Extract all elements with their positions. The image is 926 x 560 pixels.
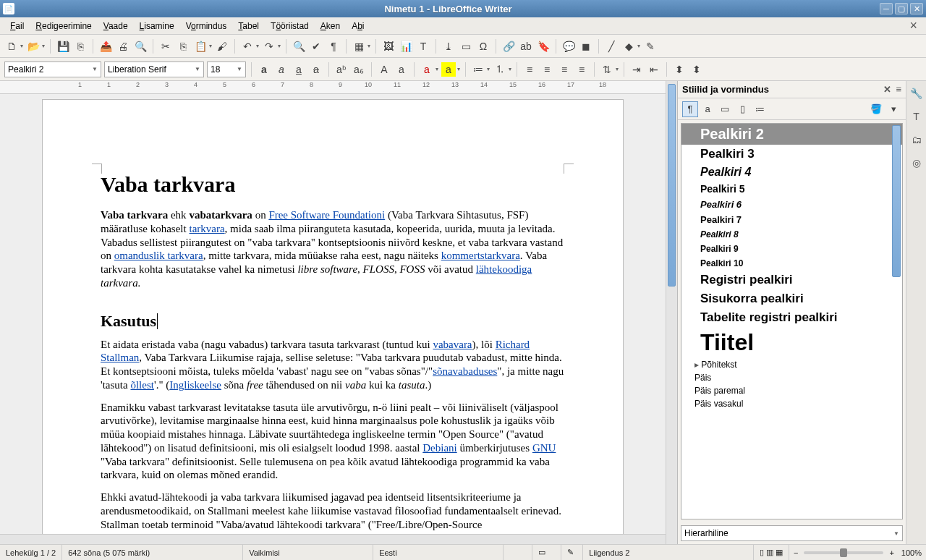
bullets-icon[interactable]: ≔ <box>471 62 485 77</box>
draw-functions-icon[interactable]: ✎ <box>643 39 658 54</box>
horizontal-ruler[interactable]: 1123456789101112131415161718 <box>0 81 666 94</box>
align-center-icon[interactable]: ≡ <box>540 62 554 77</box>
frame-styles-icon[interactable]: ▭ <box>717 101 733 117</box>
textbox-icon[interactable]: T <box>416 39 430 54</box>
vertical-scrollbar[interactable] <box>666 81 677 544</box>
footnote-icon[interactable]: ab <box>519 39 533 54</box>
menu-format[interactable]: Vormindus <box>180 19 233 33</box>
fill-format-icon[interactable]: 🪣 <box>868 101 884 117</box>
align-left-icon[interactable]: ≡ <box>522 62 537 77</box>
hyperlink-icon[interactable]: 🔗 <box>501 39 516 54</box>
line-spacing-icon[interactable]: ⇅ <box>600 62 614 77</box>
lowercase-icon[interactable]: a <box>394 62 409 77</box>
font-color-icon[interactable]: a <box>420 62 434 77</box>
print-icon[interactable]: 🖨 <box>116 39 130 54</box>
decrease-indent-icon[interactable]: ⇤ <box>647 62 661 77</box>
status-insert-mode[interactable] <box>504 545 532 560</box>
menu-table[interactable]: Tabel <box>232 19 265 33</box>
character-styles-icon[interactable]: a <box>700 101 715 117</box>
style-tree-item[interactable]: Päis vasakul <box>681 397 902 410</box>
line-icon[interactable]: ╱ <box>604 39 619 54</box>
symbol-icon[interactable]: Ω <box>476 39 490 54</box>
align-justify-icon[interactable]: ≡ <box>574 62 589 77</box>
numbering-icon[interactable]: ⒈ <box>493 62 507 77</box>
menu-file[interactable]: Fail <box>4 19 30 33</box>
italic-icon[interactable]: a <box>274 62 289 77</box>
save-icon[interactable]: 💾 <box>56 39 70 54</box>
table-icon[interactable]: ▦ <box>352 39 366 54</box>
style-item[interactable]: Pealkiri 5 <box>681 181 902 197</box>
style-item[interactable]: Pealkiri 8 <box>681 227 902 242</box>
comment-icon[interactable]: 💬 <box>561 39 576 54</box>
style-list[interactable]: Pealkiri 2Pealkiri 3Pealkiri 4Pealkiri 5… <box>681 123 903 519</box>
menu-tools[interactable]: Tööriistad <box>265 19 315 33</box>
menu-edit[interactable]: Redigeerimine <box>30 19 97 33</box>
menu-help[interactable]: Abi <box>346 19 370 33</box>
undo-icon[interactable]: ↶ <box>240 39 255 54</box>
font-name-combo[interactable]: Liberation Serif▼ <box>104 61 204 77</box>
close-button[interactable]: ✕ <box>910 3 923 14</box>
clone-format-icon[interactable]: 🖌 <box>215 39 229 54</box>
style-item[interactable]: Registri pealkiri <box>681 271 902 289</box>
increase-indent-icon[interactable]: ⇥ <box>629 62 644 77</box>
style-item[interactable]: Pealkiri 6 <box>681 197 902 212</box>
spellcheck-icon[interactable]: ✔ <box>309 39 323 54</box>
page-styles-icon[interactable]: ▯ <box>734 101 750 117</box>
new-style-icon[interactable]: ▾ <box>885 101 901 117</box>
minimize-button[interactable]: ─ <box>880 3 893 14</box>
status-page[interactable]: Lehekülg 1 / 2 <box>0 545 62 560</box>
trackchanges-icon[interactable]: ◼ <box>579 39 593 54</box>
style-tree-item[interactable]: Põhitekst <box>681 358 902 371</box>
style-item[interactable]: Pealkiri 3 <box>681 145 902 164</box>
image-icon[interactable]: 🖼 <box>381 39 396 54</box>
style-item[interactable]: Tiitel <box>681 327 902 358</box>
font-size-combo[interactable]: 18▼ <box>207 61 246 77</box>
style-item[interactable]: Pealkiri 2 <box>681 124 902 145</box>
open-icon[interactable]: 📂 <box>26 39 41 54</box>
status-outline[interactable]: Liigendus 2 <box>583 545 754 560</box>
style-item[interactable]: Pealkiri 4 <box>681 164 902 181</box>
export-icon[interactable]: 📤 <box>98 39 113 54</box>
cut-icon[interactable]: ✂ <box>158 39 173 54</box>
status-selection-mode[interactable]: ▭ <box>532 545 561 560</box>
redo-icon[interactable]: ↷ <box>262 39 276 54</box>
status-wordcount[interactable]: 642 sõna (5 075 märki) <box>62 545 243 560</box>
list-styles-icon[interactable]: ≔ <box>752 101 768 117</box>
copy-icon[interactable]: ⎘ <box>176 39 190 54</box>
chart-icon[interactable]: 📊 <box>399 39 413 54</box>
style-item[interactable]: Tabelite registri pealkiri <box>681 308 902 327</box>
sidebar-settings-icon[interactable]: 🔧 <box>909 85 925 101</box>
formatting-marks-icon[interactable]: ¶ <box>326 39 341 54</box>
pdf-icon[interactable]: ⎘ <box>73 39 88 54</box>
superscript-icon[interactable]: aᵇ <box>334 62 349 77</box>
pagebreak-icon[interactable]: ⤓ <box>441 39 456 54</box>
zoom-slider[interactable] <box>804 551 883 554</box>
panel-menu-icon[interactable]: ≡ <box>896 84 901 95</box>
paragraph-styles-icon[interactable]: ¶ <box>682 101 698 117</box>
print-preview-icon[interactable]: 🔍 <box>133 39 148 54</box>
sidebar-navigator-icon[interactable]: ◎ <box>909 155 925 171</box>
menu-insert[interactable]: Lisamine <box>134 19 180 33</box>
paste-icon[interactable]: 📋 <box>193 39 208 54</box>
style-filter-combo[interactable]: Hierarhiline▼ <box>681 525 903 541</box>
status-pagestyle[interactable]: Vaikimisi <box>243 545 373 560</box>
style-tree-item[interactable]: Päis <box>681 371 902 384</box>
align-right-icon[interactable]: ≡ <box>557 62 572 77</box>
panel-close-icon[interactable]: ✕ <box>883 84 891 95</box>
uppercase-icon[interactable]: A <box>377 62 391 77</box>
style-item[interactable]: Sisukorra pealkiri <box>681 289 902 308</box>
field-icon[interactable]: ▭ <box>459 39 473 54</box>
sidebar-properties-icon[interactable]: T <box>909 109 925 124</box>
zoom-out-icon[interactable]: − <box>794 548 798 557</box>
para-space-inc-icon[interactable]: ⬍ <box>672 62 687 77</box>
status-language[interactable]: Eesti <box>373 545 504 560</box>
underline-icon[interactable]: a <box>292 62 306 77</box>
document-page[interactable]: Vaba tarkvara Vaba tarkvara ehk vabatark… <box>43 100 623 534</box>
sidebar-gallery-icon[interactable]: 🗂 <box>909 132 925 148</box>
zoom-value[interactable]: 100% <box>901 548 922 557</box>
style-item[interactable]: Pealkiri 7 <box>681 212 902 227</box>
maximize-button[interactable]: ▢ <box>895 3 908 14</box>
style-item[interactable]: Pealkiri 10 <box>681 256 902 271</box>
strike-icon[interactable]: a <box>309 62 323 77</box>
menu-window[interactable]: Aken <box>315 19 346 33</box>
